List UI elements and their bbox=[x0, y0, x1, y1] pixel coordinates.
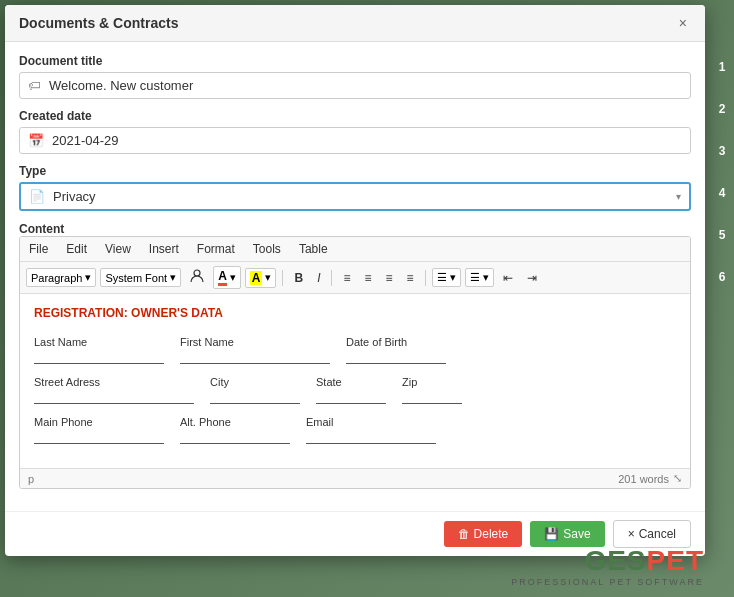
type-label: Type bbox=[19, 164, 691, 178]
branding: GESPET PROFESSIONAL PET SOFTWARE bbox=[511, 545, 704, 587]
menu-file[interactable]: File bbox=[26, 240, 51, 258]
menu-tools[interactable]: Tools bbox=[250, 240, 284, 258]
editor-tag: p bbox=[28, 473, 34, 485]
resize-icon[interactable]: ⤡ bbox=[673, 472, 682, 485]
city-underline bbox=[210, 390, 300, 404]
indent-button[interactable]: ⇥ bbox=[522, 269, 542, 287]
modal-title: Documents & Contracts bbox=[19, 15, 178, 31]
modal-header: Documents & Contracts × bbox=[5, 5, 705, 42]
editor: File Edit View Insert Format Tools Table… bbox=[19, 236, 691, 489]
delete-label: Delete bbox=[474, 527, 509, 541]
delete-button[interactable]: 🗑 Delete bbox=[444, 521, 523, 547]
cancel-icon: × bbox=[628, 527, 635, 541]
document-icon: 📄 bbox=[29, 189, 45, 204]
document-title-value: Welcome. New customer bbox=[49, 78, 682, 93]
content-label: Content bbox=[19, 222, 64, 236]
branding-sub: PROFESSIONAL PET SOFTWARE bbox=[511, 577, 704, 587]
side-numbers: 1 2 3 4 5 6 bbox=[710, 0, 734, 284]
type-select[interactable]: 📄 Privacy bbox=[19, 182, 691, 211]
branding-pet: PET bbox=[647, 545, 704, 576]
created-date-value: 2021-04-29 bbox=[52, 133, 682, 148]
last-name-underline bbox=[34, 350, 164, 364]
font-arrow bbox=[170, 271, 176, 284]
font-select[interactable]: System Font bbox=[100, 268, 181, 287]
menu-table[interactable]: Table bbox=[296, 240, 331, 258]
menu-insert[interactable]: Insert bbox=[146, 240, 182, 258]
align-right-button[interactable]: ≡ bbox=[381, 269, 398, 287]
person-icon-btn[interactable] bbox=[185, 267, 209, 288]
save-icon: 💾 bbox=[544, 527, 559, 541]
italic-button[interactable]: I bbox=[312, 269, 325, 287]
last-name-field: Last Name bbox=[34, 336, 164, 364]
menu-edit[interactable]: Edit bbox=[63, 240, 90, 258]
paragraph-arrow bbox=[85, 271, 91, 284]
paragraph-label: Paragraph bbox=[31, 272, 82, 284]
list-icon: ☰ bbox=[437, 271, 447, 284]
highlight-select[interactable]: A bbox=[245, 268, 277, 288]
editor-toolbar: Paragraph System Font A bbox=[20, 262, 690, 294]
document-title-input[interactable]: 🏷 Welcome. New customer bbox=[19, 72, 691, 99]
close-button[interactable]: × bbox=[675, 15, 691, 31]
first-name-field: First Name bbox=[180, 336, 330, 364]
list-arrow bbox=[450, 271, 456, 284]
zip-underline bbox=[402, 390, 462, 404]
menu-format[interactable]: Format bbox=[194, 240, 238, 258]
main-phone-field: Main Phone bbox=[34, 416, 164, 444]
font-color-icon: A bbox=[218, 269, 227, 286]
calendar-icon: 📅 bbox=[28, 133, 44, 148]
street-label: Street Adress bbox=[34, 376, 194, 388]
align-center-button[interactable]: ≡ bbox=[360, 269, 377, 287]
cancel-button[interactable]: × Cancel bbox=[613, 520, 691, 548]
align-left-button[interactable]: ≡ bbox=[338, 269, 355, 287]
branding-logo: GESPET bbox=[511, 545, 704, 577]
separator-2 bbox=[331, 270, 332, 286]
editor-content-area[interactable]: REGISTRATION: OWNER'S DATA Last Name Fir… bbox=[20, 294, 690, 468]
state-field: State bbox=[316, 376, 386, 404]
side-number-6: 6 bbox=[719, 270, 726, 284]
email-field: Email bbox=[306, 416, 436, 444]
street-field: Street Adress bbox=[34, 376, 194, 404]
last-name-label: Last Name bbox=[34, 336, 164, 348]
font-color-arrow bbox=[230, 271, 236, 284]
created-date-label: Created date bbox=[19, 109, 691, 123]
delete-icon: 🗑 bbox=[458, 527, 470, 541]
cancel-label: Cancel bbox=[639, 527, 676, 541]
created-date-input[interactable]: 📅 2021-04-29 bbox=[19, 127, 691, 154]
font-label: System Font bbox=[105, 272, 167, 284]
dob-label: Date of Birth bbox=[346, 336, 446, 348]
save-label: Save bbox=[563, 527, 590, 541]
separator-1 bbox=[282, 270, 283, 286]
numlist-icon: ☰ bbox=[470, 271, 480, 284]
bold-button[interactable]: B bbox=[289, 269, 308, 287]
state-underline bbox=[316, 390, 386, 404]
tag-icon: 🏷 bbox=[28, 78, 41, 93]
email-label: Email bbox=[306, 416, 436, 428]
city-label: City bbox=[210, 376, 300, 388]
city-field: City bbox=[210, 376, 300, 404]
menu-view[interactable]: View bbox=[102, 240, 134, 258]
dob-field: Date of Birth bbox=[346, 336, 446, 364]
street-underline bbox=[34, 390, 194, 404]
dob-underline bbox=[346, 350, 446, 364]
side-number-5: 5 bbox=[719, 228, 726, 242]
content-group: Content File Edit View Insert Format Too… bbox=[19, 221, 691, 489]
modal: Documents & Contracts × Document title 🏷… bbox=[5, 5, 705, 556]
font-color-select[interactable]: A bbox=[213, 266, 241, 289]
paragraph-select[interactable]: Paragraph bbox=[26, 268, 96, 287]
email-underline bbox=[306, 430, 436, 444]
outdent-button[interactable]: ⇤ bbox=[498, 269, 518, 287]
side-number-1: 1 bbox=[719, 60, 726, 74]
first-name-label: First Name bbox=[180, 336, 330, 348]
state-label: State bbox=[316, 376, 386, 388]
save-button[interactable]: 💾 Save bbox=[530, 521, 604, 547]
editor-heading: REGISTRATION: OWNER'S DATA bbox=[34, 306, 676, 320]
highlight-icon: A bbox=[250, 271, 263, 285]
main-phone-underline bbox=[34, 430, 164, 444]
branding-ges: GES bbox=[584, 545, 646, 576]
svg-point-0 bbox=[194, 270, 200, 276]
type-group: Type 📄 Privacy bbox=[19, 164, 691, 211]
list-select[interactable]: ☰ bbox=[432, 268, 461, 287]
word-count: 201 words bbox=[618, 473, 669, 485]
align-justify-button[interactable]: ≡ bbox=[402, 269, 419, 287]
numlist-select[interactable]: ☰ bbox=[465, 268, 494, 287]
